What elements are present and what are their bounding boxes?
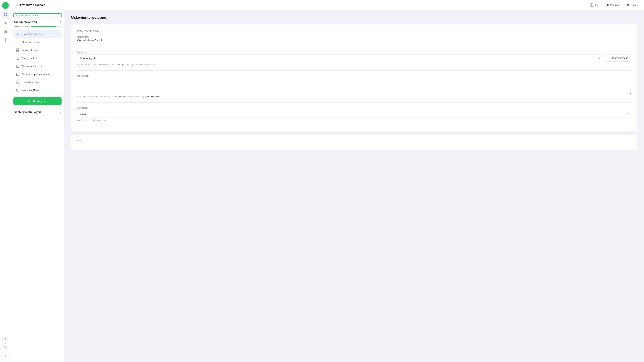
kategoria-select[interactable]: Brak kategorii (77, 54, 603, 62)
svg-point-10 (607, 4, 608, 6)
svg-rect-1 (6, 13, 7, 14)
kategoria-row: Brak kategorii ∨ + Utwórz kategorię (77, 54, 631, 62)
field-opis-group: Opis (notatki) Wpisz opis testu, który p… (77, 74, 631, 98)
svg-rect-2 (4, 15, 5, 16)
sidebar-item-ustawienia-wstepne[interactable]: Ustawienia wstępne (14, 30, 62, 38)
sidebar-item-strona-startowa[interactable]: Strona startowa testu (14, 62, 62, 70)
field-kategoria-group: Kategoria Brak kategorii ∨ + Utwórz kate… (77, 51, 631, 66)
content-area: W TRAKCIE USTAWIEŃ Konfiguracja testu ∧ … (11, 10, 644, 362)
svg-rect-18 (18, 43, 19, 43)
icon-rail: ✓ (0, 0, 11, 362)
svg-rect-0 (4, 13, 5, 14)
top-header: Quiz wiedzy o świecie i Info Podgląd (11, 0, 644, 10)
create-category-button[interactable]: + Utwórz kategorię (605, 54, 631, 62)
svg-point-5 (6, 22, 7, 23)
lock-nav-icon (16, 56, 20, 60)
jezyk-helper: Wybierz język rozwiązywania testu. (77, 119, 631, 122)
svg-rect-3 (6, 15, 7, 16)
settings-icon[interactable] (2, 36, 9, 44)
analytics-icon[interactable] (2, 28, 9, 35)
menu-nav-icon (16, 40, 20, 44)
svg-rect-16 (18, 42, 19, 42)
konfiguracja-section-header: Konfiguracja testu ∧ (14, 20, 62, 24)
svg-rect-15 (18, 41, 19, 42)
svg-rect-13 (16, 41, 18, 42)
svg-rect-17 (16, 43, 18, 43)
field-jezyk-group: Język testu polski ∨ Wybierz język rozwi… (77, 107, 631, 122)
jezyk-select-wrapper: polski ∨ (77, 110, 631, 118)
sidebar-item-dostep-do-testu[interactable]: Dostęp do testu (14, 54, 62, 62)
grid-icon[interactable] (2, 11, 9, 18)
konfiguracja-title: Konfiguracja testu (14, 20, 37, 24)
field-kategoria-label: Kategoria (77, 51, 631, 54)
kategoria-helper: Wybierz kategorię testu. Dzięki czemu za… (77, 64, 631, 66)
eye-icon (606, 3, 609, 7)
sidebar-item-zestawy-testowe[interactable]: Zestawy testowe (14, 46, 62, 54)
users-icon[interactable] (2, 20, 9, 27)
svg-rect-20 (18, 48, 19, 50)
svg-point-24 (18, 59, 18, 59)
konfiguracja-chevron[interactable]: ∧ (60, 20, 62, 24)
jezyk-select[interactable]: polski (77, 110, 631, 118)
info-icon: i (590, 3, 593, 7)
field-opis-label: Opis (notatki) (77, 74, 631, 77)
field-nazwa-value: Quiz wiedzy o świecie (77, 39, 631, 42)
status-badge: W TRAKCIE USTAWIEŃ (14, 14, 62, 18)
main-panel: Ustawienia wstępne DANE PODSTAWOWE Nazwa… (64, 10, 644, 362)
activate-button[interactable]: Aktywuj test (14, 97, 62, 105)
page-nav-icon (16, 64, 20, 68)
settings-nav-icon (16, 32, 20, 36)
dane-podstawowe-card: DANE PODSTAWOWE Nazwa testu Quiz wiedzy … (71, 24, 637, 132)
brand-logo[interactable]: ✓ (2, 2, 9, 9)
field-nazwa-group: Nazwa testu Quiz wiedzy o świecie (77, 36, 631, 42)
svg-rect-22 (18, 50, 19, 52)
help-icon[interactable]: ? (2, 336, 8, 342)
svg-point-12 (18, 34, 18, 34)
sidebar-item-ustawienia-czasu[interactable]: Ustawienia czasu (14, 78, 62, 86)
nav-label-strona: Strona startowa testu (22, 65, 44, 68)
subsection-label: DANE PODSTAWOWE (77, 30, 631, 32)
przebieg-title: Przebieg testu i wyniki (14, 111, 42, 114)
svg-rect-6 (4, 31, 4, 33)
nav-label-czas: Ustawienia czasu (22, 81, 40, 84)
sidebar-item-ocenianie[interactable]: Ocenianie i podsumowanie (14, 70, 62, 78)
logo-label: LOGO (77, 140, 631, 142)
info-button[interactable]: i Info (588, 2, 600, 8)
nav-label-menedzer: Menedżer pytań (22, 41, 38, 44)
sidebar-item-wzor-certyfikatu[interactable]: Wzór certyfikatu (14, 86, 62, 94)
svg-point-9 (5, 40, 6, 40)
progress-row: 83% ukończono (14, 25, 62, 28)
expand-icon[interactable]: » (2, 353, 9, 358)
svg-rect-11 (627, 4, 629, 6)
svg-point-4 (4, 22, 6, 23)
clock-nav-icon (16, 80, 20, 84)
przebieg-section-header: Przebieg testu i wyniki ∨ (14, 108, 62, 114)
print-button[interactable]: Drukuj (625, 2, 639, 8)
svg-rect-14 (16, 42, 18, 42)
header-actions: i Info Podgląd Drukuj (588, 2, 639, 8)
field-divider-1 (77, 47, 631, 47)
grid-nav-icon (16, 48, 20, 52)
nav-label-dostep: Dostęp do testu (22, 57, 38, 60)
sidebar: W TRAKCIE USTAWIEŃ Konfiguracja testu ∧ … (11, 10, 64, 362)
logo-card: LOGO (71, 135, 637, 150)
opis-helper: Wpisz opis testu, który posłuży Ci do je… (77, 96, 631, 98)
main-section-title: Ustawienia wstępne (71, 16, 637, 20)
progress-label: 83% ukończono (14, 25, 29, 28)
field-nazwa-label: Nazwa testu (77, 36, 631, 38)
sidebar-item-menedzer-pytan[interactable]: Menedżer pytań (14, 38, 62, 46)
field-jezyk-label: Język testu (77, 107, 631, 109)
preview-button[interactable]: Podgląd (604, 2, 620, 8)
back-arrow-icon[interactable] (2, 344, 9, 351)
przebieg-chevron[interactable]: ∨ (60, 110, 62, 114)
opis-textarea[interactable] (77, 78, 631, 94)
kategoria-select-wrapper: Brak kategorii ∨ (77, 54, 603, 62)
progress-fill (31, 26, 56, 27)
svg-rect-8 (6, 30, 7, 33)
nav-label-ocenianie: Ocenianie i podsumowanie (22, 73, 50, 76)
svg-rect-19 (16, 48, 18, 50)
certificate-nav-icon (16, 88, 20, 92)
assessment-nav-icon (16, 72, 20, 76)
printer-icon (626, 3, 630, 7)
progress-bar (31, 26, 62, 27)
